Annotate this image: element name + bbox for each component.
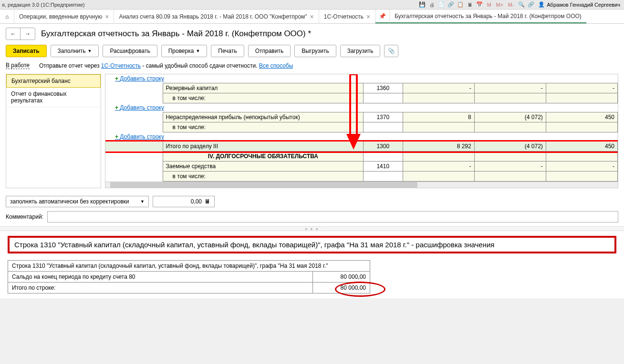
user-name: Абрамов Геннадий Сергеевич — [547, 2, 620, 8]
upload-button[interactable]: Выгрузить — [294, 45, 336, 57]
decode-button[interactable]: Расшифровать — [103, 45, 157, 57]
cell-name[interactable]: в том числе: — [163, 172, 363, 182]
add-row-link[interactable]: Добавить строку — [105, 132, 618, 141]
cell-code: 1370 — [364, 112, 403, 122]
link-icon[interactable]: 🔗 — [527, 1, 535, 9]
cell-val[interactable] — [546, 83, 617, 93]
value-input[interactable]: 0,00🖩 — [153, 196, 215, 207]
print-button[interactable]: Печать — [211, 45, 244, 57]
cell-name[interactable]: в том числе: — [163, 93, 363, 103]
cell-val[interactable]: 8 292 — [403, 142, 474, 152]
cell-code: 1410 — [364, 162, 403, 172]
close-icon[interactable]: × — [310, 13, 314, 20]
user-menu[interactable]: 👤 Абрамов Геннадий Сергеевич — [536, 1, 622, 8]
splitter[interactable]: ● ● ● — [0, 226, 624, 231]
detail-header: Строка 1310 "Уставный капитал (складочны… — [8, 261, 370, 272]
tab-operations[interactable]: Операции, введенные вручную × — [14, 10, 114, 23]
tab-label: Анализ счета 80.09 за Январь 2018 г. - М… — [119, 13, 307, 20]
download-button[interactable]: Загрузить — [340, 45, 381, 57]
table-row-total: Итого по разделу III13008 292(4 072)450 — [105, 142, 618, 152]
cell-val[interactable] — [474, 93, 546, 103]
reporting-link[interactable]: 1С-Отчетность — [101, 62, 141, 69]
sidebar-item-balance[interactable]: Бухгалтерский баланс — [6, 74, 101, 88]
cell-name[interactable]: Заемные средства — [163, 162, 363, 172]
cell-val[interactable] — [403, 162, 474, 172]
cell-val[interactable] — [403, 122, 474, 132]
cell-val[interactable] — [474, 83, 546, 93]
caret-icon: ▼ — [140, 199, 145, 204]
add-row-link[interactable]: Добавить строку — [105, 103, 618, 112]
sidebar: Бухгалтерский баланс Отчет о финансовых … — [6, 74, 101, 188]
table-row: Строка 1310 "Уставный капитал (складочны… — [8, 261, 370, 272]
fill-mode-select[interactable]: заполнять автоматически без корректировк… — [6, 196, 149, 207]
cell-val[interactable]: 450 — [546, 142, 617, 152]
table-row-section: IV. ДОЛГОСРОЧНЫЕ ОБЯЗАТЕЛЬСТВА — [105, 152, 618, 162]
m-button[interactable]: M — [485, 1, 493, 9]
cell-val[interactable] — [546, 122, 617, 132]
doc-icon[interactable]: 📄 — [437, 1, 446, 9]
forward-button[interactable]: → — [21, 28, 35, 40]
main-layout: Бухгалтерский баланс Отчет о финансовых … — [6, 74, 618, 188]
cell-val[interactable] — [546, 162, 617, 172]
content: ← → Бухгалтерская отчетность за Январь -… — [0, 24, 624, 192]
detail-section: Строка 1310 "Уставный капитал (складочны… — [0, 231, 624, 298]
back-button[interactable]: ← — [6, 28, 21, 40]
all-ways-link[interactable]: Все способы — [259, 62, 293, 69]
paperclip-icon: 📎 — [388, 48, 395, 54]
pin-icon: 📌 — [379, 13, 386, 20]
cell-code — [364, 93, 403, 103]
tab-pin[interactable]: 📌 — [375, 10, 390, 23]
tab-current[interactable]: Бухгалтерская отчетность за Январь - Май… — [390, 10, 586, 23]
cell-name[interactable]: Итого по разделу III — [163, 142, 363, 152]
cell-val[interactable] — [403, 83, 474, 93]
hint-post: - самый удобный способ сдачи отчетности. — [141, 62, 259, 69]
tab-reporting[interactable]: 1С-Отчетность × — [319, 10, 375, 23]
calendar-icon[interactable]: 📅 — [475, 1, 484, 9]
zoom-in-icon[interactable]: 🔍 — [517, 1, 526, 9]
send-button[interactable]: Отправить — [248, 45, 291, 57]
close-icon[interactable]: × — [366, 13, 370, 20]
cell-val[interactable]: 8 — [403, 112, 474, 122]
home-tab[interactable]: ⌂ — [0, 10, 14, 23]
close-icon[interactable]: × — [105, 13, 109, 20]
tab-label: Операции, введенные вручную — [19, 13, 102, 20]
cell-val[interactable]: (4 072) — [474, 112, 546, 122]
detail-value: 80 000,00 — [313, 272, 370, 283]
m-minus-button[interactable]: M- — [506, 1, 516, 9]
check-button[interactable]: Проверка▼ — [161, 45, 208, 57]
calc-icon[interactable]: 🖩 — [466, 1, 474, 9]
sidebar-item-finresults[interactable]: Отчет о финансовых результатах — [6, 88, 101, 107]
calc-icon[interactable]: 🖩 — [205, 198, 210, 205]
m-plus-button[interactable]: M+ — [494, 1, 505, 9]
caret-icon: ▼ — [196, 49, 200, 53]
cell-name[interactable]: Нераспределенная прибыль (непокрытый убы… — [163, 112, 363, 122]
table-row: Резервный капитал1360 — [105, 83, 618, 93]
tab-label: Бухгалтерская отчетность за Январь - Май… — [395, 13, 582, 20]
cell-val[interactable]: 450 — [546, 112, 617, 122]
add-row-link[interactable]: Добавить строку — [105, 74, 618, 83]
status-link[interactable]: В работе — [6, 62, 30, 69]
cell-code: 1300 — [364, 142, 403, 152]
link2-icon[interactable]: 🔗 — [447, 1, 455, 9]
comment-label: Комментарий: — [6, 213, 43, 220]
num-value: 0,00 — [191, 198, 202, 205]
horizontal-scrollbar[interactable] — [105, 182, 618, 188]
save-icon[interactable]: 💾 — [418, 1, 426, 9]
table-row: Итого по строке:80 000,00 — [8, 283, 370, 293]
write-button[interactable]: Записать — [6, 45, 47, 57]
table-area[interactable]: Добавить строку Резервный капитал1360 в … — [105, 74, 618, 188]
clipboard-icon[interactable]: 📋 — [456, 1, 465, 9]
fill-button[interactable]: Заполнить▼ — [51, 45, 99, 57]
cell-val[interactable] — [403, 93, 474, 103]
print-icon[interactable]: 🖨 — [427, 1, 436, 9]
cell-name[interactable]: Резервный капитал — [163, 83, 363, 93]
cell-val[interactable] — [474, 122, 546, 132]
cell-val[interactable] — [546, 93, 617, 103]
comment-input[interactable] — [47, 211, 618, 222]
app-title: я, редакция 3.0 (1С:Предприятие) — [2, 2, 84, 8]
cell-val[interactable] — [474, 162, 546, 172]
attach-button[interactable]: 📎 — [384, 45, 398, 57]
cell-name[interactable]: в том числе: — [163, 122, 363, 132]
tab-analysis[interactable]: Анализ счета 80.09 за Январь 2018 г. - М… — [114, 10, 319, 23]
cell-val[interactable]: (4 072) — [474, 142, 546, 152]
